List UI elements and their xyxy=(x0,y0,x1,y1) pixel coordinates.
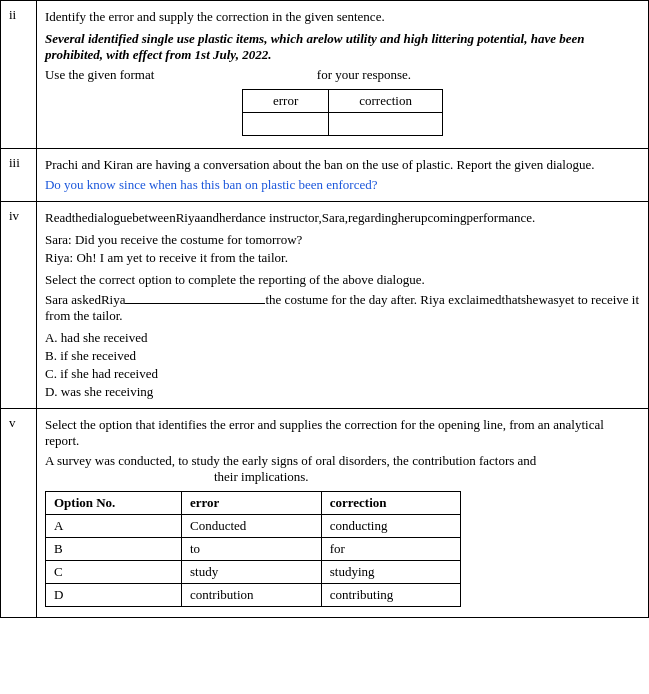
v-table-row-b: B to for xyxy=(45,538,461,561)
iv-blank xyxy=(125,303,265,304)
row-num-ii: ii xyxy=(1,1,37,149)
v-sentence-end: their implications. xyxy=(214,469,309,484)
row-number-v: v xyxy=(9,415,16,430)
ii-italic-sentence: Several identified single use plastic it… xyxy=(45,31,585,62)
v-table-header-option: Option No. xyxy=(45,492,181,515)
v-row-c-error: study xyxy=(181,561,321,584)
row-num-v: v xyxy=(1,409,37,618)
iii-instruction: Prachi and Kiran are having a conversati… xyxy=(45,157,640,173)
row-iii-content: Prachi and Kiran are having a conversati… xyxy=(36,149,648,202)
v-options-table: Option No. error correction A Conducted … xyxy=(45,491,462,607)
v-table-header-correction: correction xyxy=(321,492,461,515)
v-table-header-error: error xyxy=(181,492,321,515)
v-row-a-num: A xyxy=(45,515,181,538)
v-row-d-num: D xyxy=(45,584,181,607)
v-row-d-error: contribution xyxy=(181,584,321,607)
iv-fill-before: Sara askedRiya xyxy=(45,292,126,307)
iv-fill-after: the costume for the day after. Riya excl… xyxy=(45,292,639,323)
row-num-iv: iv xyxy=(1,202,37,409)
v-row-b-num: B xyxy=(45,538,181,561)
ii-table-error-header: error xyxy=(243,90,329,113)
row-iv: iv ReadthedialoguebetweenRiyaandherdance… xyxy=(1,202,649,409)
v-row-a-correction: conducting xyxy=(321,515,461,538)
row-v-content: Select the option that identifies the er… xyxy=(36,409,648,618)
v-row-b-error: to xyxy=(181,538,321,561)
iv-instruction: Select the correct option to complete th… xyxy=(45,272,640,288)
iv-intro: ReadthedialoguebetweenRiyaandherdance in… xyxy=(45,210,640,226)
v-row-d-correction: contributing xyxy=(321,584,461,607)
v-row-c-correction: studying xyxy=(321,561,461,584)
v-table-row-c: C study studying xyxy=(45,561,461,584)
v-table-row-a: A Conducted conducting xyxy=(45,515,461,538)
row-num-iii: iii xyxy=(1,149,37,202)
row-ii-content: Identify the error and supply the correc… xyxy=(36,1,648,149)
iv-option-b: B. if she received xyxy=(45,348,640,364)
row-number-iii: iii xyxy=(9,155,20,170)
ii-table-error-value xyxy=(243,113,329,136)
iv-option-d: D. was she receiving xyxy=(45,384,640,400)
main-table: ii Identify the error and supply the cor… xyxy=(0,0,649,618)
row-iv-content: ReadthedialoguebetweenRiyaandherdance in… xyxy=(36,202,648,409)
iii-blue-text: Do you know since when has this ban on p… xyxy=(45,177,640,193)
row-number: ii xyxy=(9,7,16,22)
v-row-c-num: C xyxy=(45,561,181,584)
ii-instruction: Identify the error and supply the correc… xyxy=(45,9,640,25)
v-row-b-correction: for xyxy=(321,538,461,561)
v-sentence: A survey was conducted, to study the ear… xyxy=(45,453,640,485)
v-sentence-text: A survey was conducted, to study the ear… xyxy=(45,453,536,468)
row-iii: iii Prachi and Kiran are having a conver… xyxy=(1,149,649,202)
ii-table-correction-header: correction xyxy=(329,90,443,113)
iv-dialogue2: Riya: Oh! I am yet to receive it from th… xyxy=(45,250,640,266)
v-table-row-d: D contribution contributing xyxy=(45,584,461,607)
row-v: v Select the option that identifies the … xyxy=(1,409,649,618)
iv-option-a: A. had she received xyxy=(45,330,640,346)
ii-format-table: error correction xyxy=(242,89,443,136)
iv-fill-sentence: Sara askedRiyathe costume for the day af… xyxy=(45,292,640,324)
v-instruction: Select the option that identifies the er… xyxy=(45,417,640,449)
row-number-iv: iv xyxy=(9,208,19,223)
row-ii: ii Identify the error and supply the cor… xyxy=(1,1,649,149)
ii-table-correction-value xyxy=(329,113,443,136)
ii-format-before: Use the given format xyxy=(45,67,154,82)
v-row-a-error: Conducted xyxy=(181,515,321,538)
ii-format-after: for your response. xyxy=(317,67,411,82)
iv-dialogue1: Sara: Did you receive the costume for to… xyxy=(45,232,640,248)
iv-option-c: C. if she had received xyxy=(45,366,640,382)
